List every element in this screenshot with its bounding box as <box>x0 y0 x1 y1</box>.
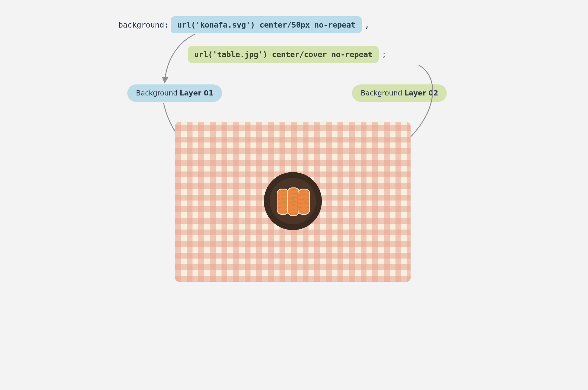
svg-point-10 <box>281 203 282 204</box>
svg-point-16 <box>305 201 306 203</box>
diagram-stage: background: url('konafa.svg') center/50p… <box>74 0 514 292</box>
layer-2-pill-bold: Layer 02 <box>404 89 438 97</box>
code-chip-layer-2-text: url('table.jpg') center/cover no-repeat <box>194 50 372 59</box>
code-line-1: background: url('konafa.svg') center/50p… <box>118 16 369 33</box>
svg-point-9 <box>284 201 285 203</box>
svg-point-11 <box>292 198 293 200</box>
konafa-plate-icon <box>262 171 323 233</box>
svg-point-8 <box>282 199 284 201</box>
svg-point-15 <box>302 199 304 201</box>
preview-box <box>175 122 411 282</box>
css-property-label: background: <box>118 20 168 29</box>
svg-rect-7 <box>298 189 309 214</box>
svg-rect-3 <box>277 189 288 214</box>
svg-point-12 <box>294 201 295 202</box>
svg-point-13 <box>291 203 292 204</box>
comma-punct: , <box>364 20 369 29</box>
code-chip-layer-1-text: url('konafa.svg') center/50px no-repeat <box>177 20 355 29</box>
code-line-2: url('table.jpg') center/cover no-repeat … <box>188 46 386 63</box>
svg-point-14 <box>293 204 294 205</box>
svg-point-17 <box>301 203 302 204</box>
layer-1-pill-bold: Layer 01 <box>180 89 213 97</box>
semicolon-punct: ; <box>381 50 386 59</box>
layer-1-pill: Background Layer 01 <box>127 84 222 102</box>
code-chip-layer-1: url('konafa.svg') center/50px no-repeat <box>171 16 362 33</box>
layer-1-pill-prefix: Background <box>136 89 180 97</box>
layer-2-pill: Background Layer 02 <box>352 84 447 102</box>
layer-2-pill-prefix: Background <box>361 89 404 97</box>
code-chip-layer-2: url('table.jpg') center/cover no-repeat <box>188 46 379 63</box>
